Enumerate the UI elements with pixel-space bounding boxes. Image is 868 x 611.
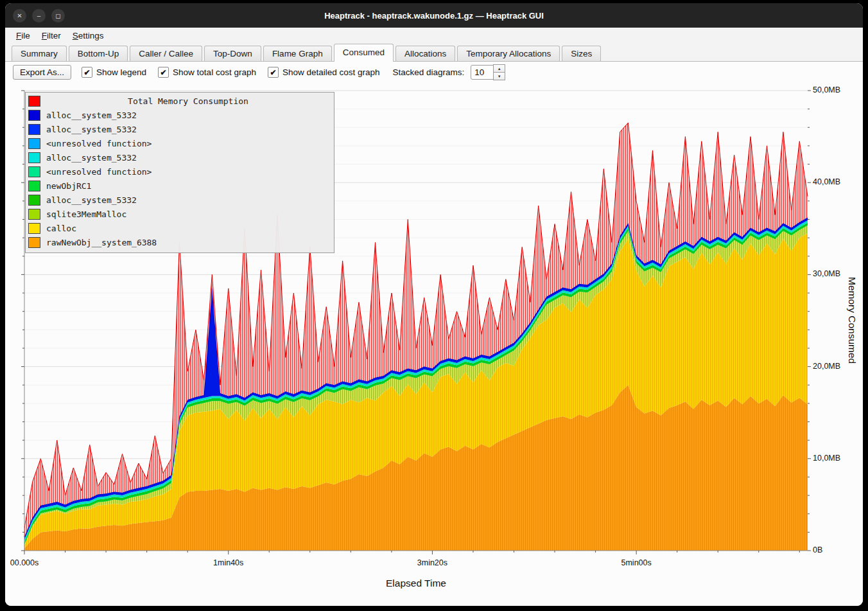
tab-allocations[interactable]: Allocations — [395, 46, 455, 61]
legend-title: Total Memory Consumption — [46, 96, 330, 106]
window-title: Heaptrack - heaptrack.wakunode.1.gz — He… — [5, 11, 863, 21]
tab-sizes[interactable]: Sizes — [562, 46, 601, 61]
x-tick-label: 00.000s — [10, 558, 39, 567]
export-as-button[interactable]: Export As... — [13, 65, 71, 80]
legend-label: sqlite3MemMalloc — [46, 209, 126, 219]
legend-swatch — [28, 110, 40, 121]
stacked-diagrams-label: Stacked diagrams: — [393, 67, 465, 77]
tabbar: SummaryBottom-UpCaller / CalleeTop-DownF… — [5, 43, 863, 62]
legend-label: <unresolved function> — [46, 167, 152, 177]
chart-area: Total Memory Consumption alloc__system_5… — [5, 83, 863, 606]
tab-summary[interactable]: Summary — [12, 46, 67, 61]
minimize-icon[interactable]: – — [32, 9, 46, 22]
legend-swatch — [28, 209, 40, 220]
legend-item: alloc__system_5332 — [28, 193, 330, 207]
legend-swatch — [28, 181, 40, 191]
checkmark-icon: ✔ — [82, 67, 92, 78]
y-tick-label: 0B — [813, 545, 822, 554]
menu-item-file[interactable]: File — [10, 30, 36, 42]
menu-item-filter[interactable]: Filter — [36, 30, 67, 42]
checkmark-icon: ✔ — [268, 67, 279, 78]
legend-total-swatch — [28, 96, 40, 107]
legend-item: newObjRC1 — [28, 179, 330, 193]
legend-item: rawNewObj__system_6388 — [28, 235, 330, 249]
legend-items: alloc__system_5332alloc__system_5332<unr… — [28, 108, 330, 249]
checkbox-label: Show total cost graph — [173, 67, 256, 77]
maximize-icon[interactable]: ◻ — [51, 9, 65, 22]
toolbar: Export As... ✔Show legend✔Show total cos… — [5, 62, 863, 83]
y-axis-label: Memory Consumed — [846, 91, 858, 551]
window: ✕ – ◻ Heaptrack - heaptrack.wakunode.1.g… — [5, 3, 863, 606]
tab-top-down[interactable]: Top-Down — [204, 46, 261, 61]
legend-item: sqlite3MemMalloc — [28, 207, 330, 221]
stacked-diagrams-spinbox: 10 ▲ ▼ — [471, 64, 505, 80]
legend-label: alloc__system_5332 — [46, 195, 137, 205]
legend-swatch — [28, 223, 40, 234]
legend-item: alloc__system_5332 — [28, 108, 330, 122]
legend-item: <unresolved function> — [28, 136, 330, 150]
legend-item: calloc — [28, 221, 330, 235]
legend-item: <unresolved function> — [28, 164, 330, 179]
y-tick-label: 20,0MB — [813, 362, 840, 371]
checkbox-label: Show legend — [96, 67, 146, 77]
checkbox-show-detailed-cost-graph[interactable]: ✔Show detailed cost graph — [268, 67, 380, 78]
menubar: FileFilterSettings — [5, 28, 863, 43]
checkbox-show-legend[interactable]: ✔Show legend — [82, 67, 146, 78]
y-tick-label: 30,0MB — [813, 269, 840, 278]
y-tick-label: 50,0MB — [813, 85, 840, 94]
legend-swatch — [28, 124, 40, 135]
menu-item-settings[interactable]: Settings — [67, 30, 110, 42]
legend-swatch — [28, 195, 40, 206]
x-tick-label: 1min40s — [213, 558, 243, 567]
close-icon[interactable]: ✕ — [13, 9, 26, 22]
tab-temporary-allocations[interactable]: Temporary Allocations — [457, 46, 560, 61]
x-tick-label: 5min00s — [621, 558, 652, 567]
spin-down-icon[interactable]: ▼ — [493, 72, 505, 80]
checkbox-show-total-cost-graph[interactable]: ✔Show total cost graph — [158, 67, 256, 78]
x-tick-label: 3min20s — [417, 558, 447, 567]
legend-item: alloc__system_5332 — [28, 122, 330, 136]
legend-label: rawNewObj__system_6388 — [46, 238, 157, 247]
legend-label: alloc__system_5332 — [46, 111, 137, 120]
x-axis-label: Elapsed Time — [24, 578, 808, 589]
legend-label: newObjRC1 — [46, 181, 91, 191]
chart-legend: Total Memory Consumption alloc__system_5… — [25, 92, 334, 253]
checkbox-group: ✔Show legend✔Show total cost graph✔Show … — [82, 67, 380, 78]
y-tick-label: 10,0MB — [813, 454, 840, 463]
y-tick-label: 40,0MB — [813, 177, 840, 186]
tab-caller-callee[interactable]: Caller / Callee — [130, 46, 202, 61]
tab-bottom-up[interactable]: Bottom-Up — [69, 46, 128, 61]
legend-item: alloc__system_5332 — [28, 150, 330, 164]
legend-swatch — [28, 138, 40, 149]
legend-swatch — [28, 152, 40, 163]
checkbox-label: Show detailed cost graph — [282, 67, 380, 77]
legend-label: calloc — [46, 224, 76, 233]
legend-label: alloc__system_5332 — [46, 125, 137, 134]
legend-title-row: Total Memory Consumption — [28, 94, 330, 108]
window-controls: ✕ – ◻ — [13, 9, 71, 22]
legend-swatch — [28, 166, 40, 177]
checkmark-icon: ✔ — [158, 67, 169, 78]
legend-label: alloc__system_5332 — [46, 153, 137, 163]
titlebar: ✕ – ◻ Heaptrack - heaptrack.wakunode.1.g… — [5, 3, 863, 28]
legend-label: <unresolved function> — [46, 139, 152, 148]
tab-flame-graph[interactable]: Flame Graph — [263, 46, 332, 61]
legend-swatch — [28, 237, 40, 248]
stacked-diagrams-value[interactable]: 10 — [471, 65, 494, 80]
tab-consumed[interactable]: Consumed — [334, 44, 394, 62]
